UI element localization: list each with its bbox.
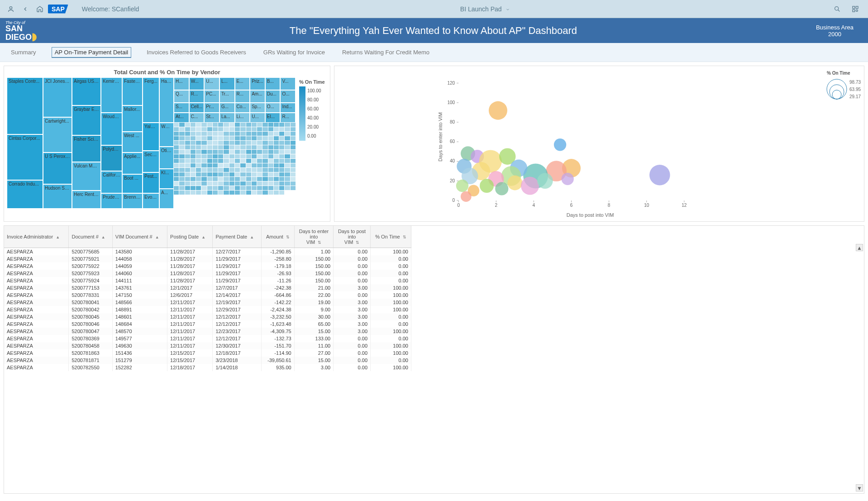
- treemap-cell[interactable]: Hac...: [159, 77, 174, 123]
- treemap-cell[interactable]: Cell...: [189, 103, 205, 113]
- col-header[interactable]: Posting Date ▲: [167, 226, 213, 248]
- treemap-cell[interactable]: Woude...: [101, 113, 122, 145]
- treemap-cell[interactable]: U...: [204, 77, 219, 90]
- col-header[interactable]: Days to post intoVIM ⇅: [334, 226, 371, 248]
- scatter-point[interactable]: [554, 138, 566, 151]
- treemap-cell[interactable]: Du...: [265, 90, 281, 103]
- col-header[interactable]: % On Time ⇅: [371, 226, 411, 248]
- treemap-cell[interactable]: U S Peroxi...: [43, 153, 72, 184]
- col-header[interactable]: Payment Date ▲: [213, 226, 262, 248]
- table-row[interactable]: AESPARZA520078186315143612/15/201712/18/…: [4, 349, 411, 357]
- treemap-cell[interactable]: Pest...: [143, 172, 159, 193]
- treemap-cell[interactable]: Polydyn...: [101, 145, 122, 171]
- treemap-cell[interactable]: Vulcan Mat...: [72, 162, 101, 191]
- scatter-point[interactable]: [456, 180, 468, 192]
- treemap-cell[interactable]: C...: [189, 113, 205, 123]
- treemap-cell[interactable]: Graybar El...: [72, 105, 101, 135]
- table-row[interactable]: AESPARZA520077568514358011/28/201712/27/…: [4, 248, 411, 256]
- table-row[interactable]: AESPARZA520078004614868412/11/201712/12/…: [4, 320, 411, 328]
- treemap-cell[interactable]: Tr...: [219, 90, 235, 103]
- treemap-cell[interactable]: R...: [189, 90, 205, 103]
- treemap-cell[interactable]: Mallor...: [122, 105, 143, 132]
- treemap-cell[interactable]: Am...: [250, 90, 265, 103]
- table-row[interactable]: AESPARZA520078004714857012/11/201712/23/…: [4, 328, 411, 335]
- treemap-cell[interactable]: Ferg...: [143, 77, 159, 123]
- treemap-cell[interactable]: Prudenti...: [101, 193, 122, 209]
- table-row[interactable]: AESPARZA520078004514860112/11/201712/12/…: [4, 313, 411, 320]
- treemap-cell[interactable]: JCI Jones C...: [43, 77, 72, 117]
- treemap-cell[interactable]: R...: [280, 113, 296, 123]
- treemap-cell[interactable]: Sp...: [250, 103, 265, 113]
- home-icon[interactable]: [33, 3, 46, 15]
- treemap-cell[interactable]: Hudson Sa...: [43, 184, 72, 209]
- treemap-cell[interactable]: G...: [219, 103, 235, 113]
- search-icon[interactable]: [831, 3, 844, 15]
- col-header[interactable]: VIM Document # ▲: [112, 226, 167, 248]
- treemap-cell[interactable]: Q...: [174, 90, 189, 103]
- col-header[interactable]: Invoice Administrator ▲: [4, 226, 69, 248]
- treemap-cell[interactable]: Fasten...: [122, 77, 143, 105]
- treemap-cell[interactable]: Boot ...: [122, 174, 143, 193]
- apps-icon[interactable]: [849, 3, 862, 15]
- table-row[interactable]: AESPARZA520078187115127912/15/20173/23/2…: [4, 357, 411, 364]
- treemap-cell[interactable]: Applie...: [122, 153, 143, 174]
- treemap-cell[interactable]: At...: [174, 113, 189, 123]
- table-row[interactable]: AESPARZA520077833114715012/6/201712/14/2…: [4, 291, 411, 299]
- table-row[interactable]: AESPARZA520078045814963012/11/201712/30/…: [4, 342, 411, 349]
- treemap-cell[interactable]: O...: [265, 103, 281, 113]
- treemap-cell[interactable]: Yale ...: [143, 123, 159, 151]
- treemap-cell[interactable]: KI...: [159, 169, 174, 189]
- treemap-cell[interactable]: Corrado Indu...: [7, 180, 43, 209]
- treemap-cell[interactable]: U...: [250, 113, 265, 123]
- scatter-point[interactable]: [521, 177, 539, 195]
- treemap-cell[interactable]: Evoq...: [143, 193, 159, 209]
- treemap-cell[interactable]: Pr...: [204, 103, 219, 113]
- treemap-cell[interactable]: Kemira...: [101, 77, 122, 113]
- tab-grs-waiting-for-invoice[interactable]: GRs Waiting for Invoice: [262, 44, 327, 60]
- scatter-point[interactable]: [562, 173, 574, 185]
- scatter-point[interactable]: [507, 176, 522, 191]
- treemap-cell[interactable]: Brennt...: [122, 193, 143, 209]
- tab-invoices-referred-to-goods-receivers[interactable]: Invoices Referred to Goods Receivers: [145, 44, 248, 60]
- scatter-point[interactable]: [495, 182, 508, 195]
- table-row[interactable]: AESPARZA520078004114856612/11/201712/19/…: [4, 299, 411, 306]
- treemap-cell[interactable]: Li...: [235, 113, 250, 123]
- treemap-cell[interactable]: El...: [265, 113, 281, 123]
- treemap-cell[interactable]: L...: [219, 77, 235, 90]
- treemap-cell[interactable]: La...: [219, 113, 235, 123]
- tab-ap-on-time-payment-detail[interactable]: AP On-Time Payment Detail: [52, 47, 132, 58]
- table-row[interactable]: AESPARZA520078004214889112/11/201712/29/…: [4, 306, 411, 313]
- scatter-point[interactable]: [461, 191, 472, 202]
- treemap-cell[interactable]: E...: [235, 77, 250, 90]
- treemap-cell[interactable]: Otis ...: [159, 147, 174, 169]
- scatter-chart[interactable]: 020406080100120024681012Days to post int…: [334, 66, 864, 222]
- table-row[interactable]: AESPARZA520077592314406011/28/201711/29/…: [4, 270, 411, 277]
- treemap-cell[interactable]: Cintas Corpor...: [7, 134, 43, 180]
- treemap-cell[interactable]: Herc Renta...: [72, 191, 101, 209]
- user-icon[interactable]: [5, 3, 17, 15]
- treemap-cell[interactable]: Co...: [235, 103, 250, 113]
- invoice-table[interactable]: Invoice Administrator ▲Document # ▲VIM D…: [4, 226, 411, 371]
- col-header[interactable]: Amount ⇅: [262, 226, 294, 248]
- app-selector[interactable]: BI Launch Pad: [139, 5, 831, 13]
- scroll-up-icon[interactable]: ▲: [856, 244, 863, 251]
- treemap-cell[interactable]: Waxi...: [159, 123, 174, 147]
- scatter-point[interactable]: [537, 173, 553, 189]
- tab-returns-waiting-for-credit-memo[interactable]: Returns Waiting For Credit Memo: [340, 44, 431, 60]
- treemap-cell[interactable]: Californ...: [101, 171, 122, 193]
- tab-summary[interactable]: Summary: [9, 44, 38, 60]
- treemap-cell[interactable]: V...: [280, 77, 296, 90]
- table-row[interactable]: AESPARZA520077715314376112/1/201712/7/20…: [4, 284, 411, 291]
- treemap-cell[interactable]: St...: [204, 113, 219, 123]
- treemap-cell[interactable]: W...: [189, 77, 205, 90]
- treemap-cell[interactable]: Priz...: [250, 77, 265, 90]
- scatter-point[interactable]: [480, 179, 494, 193]
- table-row[interactable]: AESPARZA520077592214405911/28/201711/29/…: [4, 262, 411, 270]
- scroll-down-icon[interactable]: ▼: [856, 484, 863, 491]
- treemap-cell[interactable]: Fisher Scie...: [72, 135, 101, 162]
- back-icon[interactable]: [19, 3, 32, 15]
- table-row[interactable]: AESPARZA520077592414411111/28/201711/29/…: [4, 277, 411, 284]
- scatter-point[interactable]: [489, 101, 507, 120]
- table-row[interactable]: AESPARZA520078255015228212/18/20171/14/2…: [4, 364, 411, 371]
- table-row[interactable]: AESPARZA520077592114405811/28/201711/29/…: [4, 255, 411, 262]
